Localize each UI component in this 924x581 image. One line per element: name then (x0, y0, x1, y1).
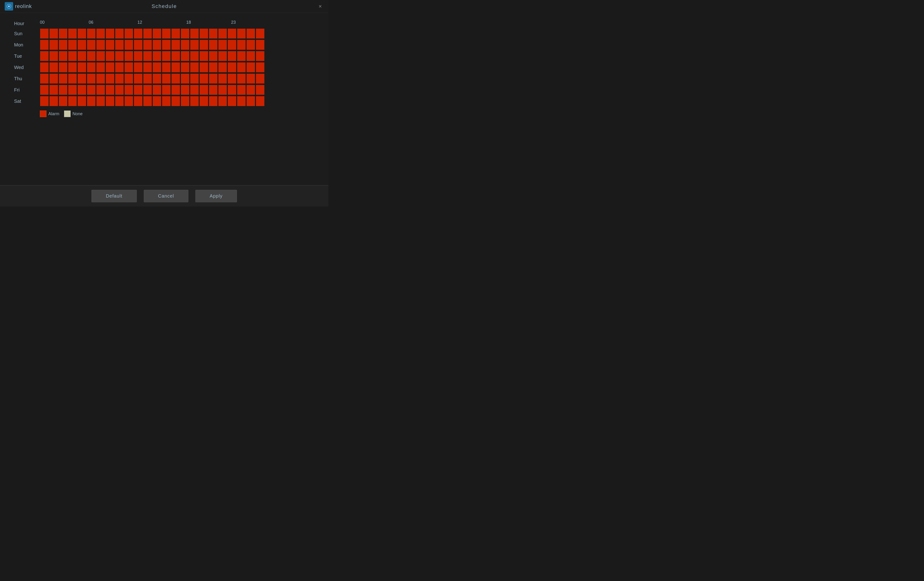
cell-tue-17[interactable] (200, 51, 208, 61)
cell-wed-13[interactable] (162, 62, 171, 73)
cell-fri-14[interactable] (171, 85, 180, 95)
cell-sun-2[interactable] (59, 28, 68, 39)
cell-fri-1[interactable] (49, 85, 58, 95)
cell-mon-10[interactable] (134, 40, 143, 50)
cell-tue-10[interactable] (134, 51, 143, 61)
cell-sat-19[interactable] (218, 96, 227, 106)
cell-sat-10[interactable] (134, 96, 143, 106)
cell-wed-3[interactable] (68, 62, 77, 73)
cell-sat-6[interactable] (96, 96, 105, 106)
cell-fri-11[interactable] (143, 85, 152, 95)
cell-mon-18[interactable] (209, 40, 218, 50)
cell-tue-8[interactable] (115, 51, 124, 61)
cell-fri-6[interactable] (96, 85, 105, 95)
cell-mon-14[interactable] (171, 40, 180, 50)
cell-fri-22[interactable] (246, 85, 255, 95)
cell-sun-17[interactable] (200, 28, 208, 39)
cell-sun-21[interactable] (237, 28, 246, 39)
cell-sun-4[interactable] (78, 28, 86, 39)
cell-mon-17[interactable] (200, 40, 208, 50)
cell-sat-15[interactable] (181, 96, 190, 106)
cell-thu-8[interactable] (115, 73, 124, 84)
cell-fri-3[interactable] (68, 85, 77, 95)
cell-thu-16[interactable] (190, 73, 199, 84)
cell-tue-15[interactable] (181, 51, 190, 61)
cell-fri-13[interactable] (162, 85, 171, 95)
cell-mon-21[interactable] (237, 40, 246, 50)
cell-thu-21[interactable] (237, 73, 246, 84)
cell-mon-4[interactable] (78, 40, 86, 50)
cell-thu-11[interactable] (143, 73, 152, 84)
cell-tue-5[interactable] (87, 51, 96, 61)
cell-thu-2[interactable] (59, 73, 68, 84)
cell-fri-18[interactable] (209, 85, 218, 95)
cell-thu-9[interactable] (124, 73, 133, 84)
cell-sat-12[interactable] (152, 96, 162, 106)
cell-thu-6[interactable] (96, 73, 105, 84)
cell-fri-23[interactable] (256, 85, 265, 95)
cell-mon-5[interactable] (87, 40, 96, 50)
cell-thu-20[interactable] (228, 73, 236, 84)
cell-fri-0[interactable] (40, 85, 49, 95)
cell-wed-14[interactable] (171, 62, 180, 73)
cell-mon-7[interactable] (106, 40, 114, 50)
cell-tue-11[interactable] (143, 51, 152, 61)
cell-wed-17[interactable] (200, 62, 208, 73)
cell-sun-22[interactable] (246, 28, 255, 39)
cell-fri-4[interactable] (78, 85, 86, 95)
cell-tue-7[interactable] (106, 51, 114, 61)
cell-sun-9[interactable] (124, 28, 133, 39)
cell-thu-19[interactable] (218, 73, 227, 84)
cell-tue-23[interactable] (256, 51, 265, 61)
cell-tue-18[interactable] (209, 51, 218, 61)
cell-tue-14[interactable] (171, 51, 180, 61)
cell-thu-15[interactable] (181, 73, 190, 84)
cell-thu-7[interactable] (106, 73, 114, 84)
cell-mon-11[interactable] (143, 40, 152, 50)
cell-tue-1[interactable] (49, 51, 58, 61)
cell-mon-20[interactable] (228, 40, 236, 50)
cell-tue-21[interactable] (237, 51, 246, 61)
cell-wed-1[interactable] (49, 62, 58, 73)
cell-tue-0[interactable] (40, 51, 49, 61)
cell-sun-6[interactable] (96, 28, 105, 39)
cell-tue-2[interactable] (59, 51, 68, 61)
cell-tue-20[interactable] (228, 51, 236, 61)
cell-wed-12[interactable] (152, 62, 162, 73)
cell-wed-21[interactable] (237, 62, 246, 73)
cell-wed-5[interactable] (87, 62, 96, 73)
cell-wed-22[interactable] (246, 62, 255, 73)
cell-mon-8[interactable] (115, 40, 124, 50)
cell-sat-22[interactable] (246, 96, 255, 106)
cell-wed-0[interactable] (40, 62, 49, 73)
cell-mon-1[interactable] (49, 40, 58, 50)
cell-mon-19[interactable] (218, 40, 227, 50)
cell-fri-20[interactable] (228, 85, 236, 95)
cell-sat-21[interactable] (237, 96, 246, 106)
cell-thu-23[interactable] (256, 73, 265, 84)
cell-sat-0[interactable] (40, 96, 49, 106)
cell-sun-23[interactable] (256, 28, 265, 39)
cell-sat-2[interactable] (59, 96, 68, 106)
cell-thu-5[interactable] (87, 73, 96, 84)
cell-wed-10[interactable] (134, 62, 143, 73)
cell-sat-23[interactable] (256, 96, 265, 106)
cell-mon-12[interactable] (152, 40, 162, 50)
cell-fri-16[interactable] (190, 85, 199, 95)
cell-sun-8[interactable] (115, 28, 124, 39)
cell-mon-9[interactable] (124, 40, 133, 50)
cell-tue-3[interactable] (68, 51, 77, 61)
cell-sat-13[interactable] (162, 96, 171, 106)
cell-fri-15[interactable] (181, 85, 190, 95)
cell-thu-0[interactable] (40, 73, 49, 84)
cell-tue-9[interactable] (124, 51, 133, 61)
cell-wed-6[interactable] (96, 62, 105, 73)
cell-sat-4[interactable] (78, 96, 86, 106)
cell-sat-11[interactable] (143, 96, 152, 106)
cell-wed-2[interactable] (59, 62, 68, 73)
cell-wed-9[interactable] (124, 62, 133, 73)
cell-fri-9[interactable] (124, 85, 133, 95)
close-button[interactable]: × (317, 3, 324, 10)
cell-sat-20[interactable] (228, 96, 236, 106)
cell-sun-1[interactable] (49, 28, 58, 39)
